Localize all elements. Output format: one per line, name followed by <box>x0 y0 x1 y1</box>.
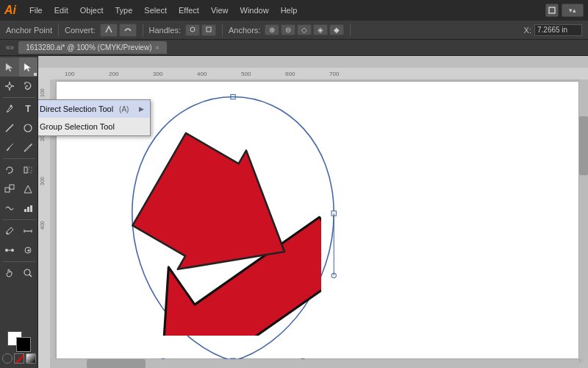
left-toolbar: ▸ T <box>0 56 38 368</box>
panel-collapse-btn[interactable]: «» <box>6 43 14 52</box>
svg-rect-13 <box>5 188 10 192</box>
svg-text:300: 300 <box>153 71 163 77</box>
type-tool-btn[interactable]: T <box>19 99 38 118</box>
app-logo: Ai <box>4 4 16 17</box>
menu-object[interactable]: Object <box>74 3 110 18</box>
lasso-tool-btn[interactable] <box>19 77 38 96</box>
svg-text:500: 500 <box>241 71 251 77</box>
direct-selection-shortcut: (A) <box>119 105 129 113</box>
svg-text:300: 300 <box>40 177 45 185</box>
warp-tool-btn[interactable] <box>0 199 19 218</box>
graph-tool-btn[interactable] <box>19 199 38 218</box>
menu-edit[interactable]: Edit <box>49 3 74 18</box>
tab-close-btn[interactable]: × <box>155 44 159 52</box>
background-color[interactable] <box>16 337 31 352</box>
ellipse-tool-btn[interactable] <box>19 118 38 138</box>
mirror-tool-btn[interactable] <box>19 160 38 180</box>
handles-btn2[interactable] <box>201 24 216 36</box>
doc-mode-btn[interactable] <box>545 4 559 17</box>
svg-point-18 <box>7 233 8 234</box>
rotate-tool-btn[interactable] <box>0 160 19 180</box>
menu-view[interactable]: View <box>205 3 234 18</box>
document-tab[interactable]: 1613280.ai* @ 100% (CMYK/Preview) × <box>18 41 167 54</box>
paintbrush-tool-btn[interactable] <box>0 138 19 157</box>
direct-selection-tool-btn[interactable]: ▸ <box>19 57 38 77</box>
menu-window[interactable]: Window <box>234 3 275 18</box>
options-bar: Anchor Point Convert: Handles: Anchors: … <box>0 21 588 40</box>
svg-point-51 <box>331 273 336 277</box>
convert-label: Convert: <box>65 26 96 35</box>
handles-btn1[interactable] <box>185 24 200 36</box>
anchors-btn2[interactable]: ⊖ <box>281 24 295 35</box>
svg-point-22 <box>5 249 8 252</box>
blend-tool-btn[interactable] <box>0 241 19 260</box>
svg-text:100: 100 <box>65 71 75 77</box>
anchors-btn3[interactable]: ◇ <box>297 24 312 35</box>
main-layout: ▸ T <box>0 56 588 368</box>
convert-corner-btn[interactable] <box>100 24 118 37</box>
none-swatch[interactable] <box>2 353 12 364</box>
horizontal-scrollbar[interactable] <box>50 359 579 368</box>
scale-tool-btn[interactable] <box>0 180 19 199</box>
svg-point-8 <box>10 105 12 107</box>
svg-rect-14 <box>10 185 14 189</box>
horizontal-ruler: 100 200 300 400 500 600 700 <box>50 68 588 79</box>
svg-text:✦: ✦ <box>26 248 31 253</box>
svg-rect-17 <box>30 205 32 212</box>
anchors-label: Anchors: <box>229 26 260 35</box>
svg-marker-54 <box>125 122 319 311</box>
measure-tool-btn[interactable] <box>19 222 38 241</box>
svg-rect-42 <box>231 94 235 99</box>
color-swatches <box>1 328 37 367</box>
menu-file[interactable]: File <box>24 3 49 18</box>
direct-selection-label: Direct Selection Tool <box>40 105 113 113</box>
none-stroke-swatch[interactable] <box>14 353 24 364</box>
svg-rect-29 <box>50 68 588 79</box>
anchors-btn1[interactable]: ⊕ <box>265 24 279 35</box>
gradient-swatch[interactable] <box>26 353 36 364</box>
svg-point-10 <box>24 124 32 132</box>
pencil-tool-btn[interactable] <box>19 138 38 157</box>
anchors-btn4[interactable]: ◈ <box>313 24 328 35</box>
handles-label: Handles: <box>149 26 181 35</box>
selection-tool-btn[interactable] <box>0 57 19 77</box>
svg-point-27 <box>24 269 30 275</box>
x-label: X: <box>524 26 531 35</box>
doc-tab-title: 1613280.ai* @ 100% (CMYK/Preview) <box>26 43 151 52</box>
menu-type[interactable]: Type <box>110 3 139 18</box>
svg-text:200: 200 <box>109 71 119 77</box>
shaper-tool-btn[interactable] <box>19 180 38 199</box>
magic-wand-tool-btn[interactable] <box>0 77 19 96</box>
menu-select[interactable]: Select <box>138 3 173 18</box>
svg-rect-2 <box>207 27 211 32</box>
svg-text:100: 100 <box>40 88 45 97</box>
svg-text:400: 400 <box>197 71 207 77</box>
line-tool-btn[interactable] <box>0 118 19 138</box>
submenu-arrow: ▶ <box>139 105 144 113</box>
svg-marker-53 <box>118 180 321 336</box>
svg-rect-12 <box>29 167 32 173</box>
menu-effect[interactable]: Effect <box>173 3 205 18</box>
svg-point-23 <box>11 249 14 252</box>
convert-smooth-btn[interactable] <box>119 24 137 37</box>
anchors-btn5[interactable]: ◆ <box>329 24 344 35</box>
pen-tool-btn[interactable] <box>0 99 19 118</box>
annotation-arrow <box>101 122 321 336</box>
arrange-btn[interactable]: ▾▴ <box>562 4 584 17</box>
svg-rect-44 <box>331 211 336 216</box>
hand-tool-btn[interactable] <box>0 263 19 283</box>
vertical-scrollbar[interactable] <box>579 79 588 359</box>
svg-rect-0 <box>549 7 555 13</box>
x-coord-input[interactable] <box>534 24 582 36</box>
shape-svg <box>115 89 351 368</box>
eyedropper-tool-btn[interactable] <box>0 222 19 241</box>
group-selection-tool-item[interactable]: Group Selection Tool <box>38 118 150 135</box>
direct-selection-tool-item[interactable]: Direct Selection Tool (A) ▶ <box>38 100 150 118</box>
svg-line-28 <box>29 275 32 277</box>
symbol-tool-btn[interactable]: ✦ <box>19 241 38 260</box>
svg-text:600: 600 <box>285 71 295 77</box>
svg-text:400: 400 <box>40 221 45 230</box>
svg-rect-11 <box>24 167 27 173</box>
zoom-tool-btn[interactable] <box>19 263 38 283</box>
menu-help[interactable]: Help <box>275 3 304 18</box>
